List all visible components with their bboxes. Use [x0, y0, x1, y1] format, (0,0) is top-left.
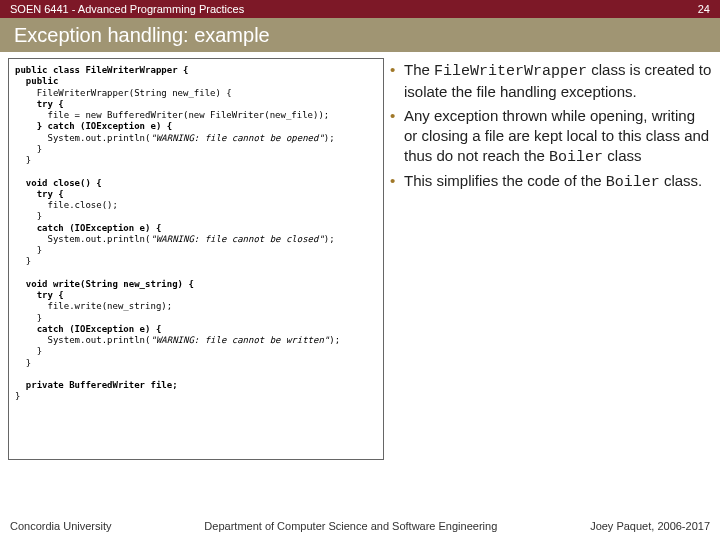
- code-line: System.out.println("WARNING: file cannot…: [15, 335, 381, 346]
- bullet-text: The FileWriterWrapper class is created t…: [404, 60, 712, 103]
- slide-title: Exception handling: example: [0, 18, 720, 52]
- code-line: FileWriterWrapper(String new_file) {: [15, 88, 381, 99]
- code-line: try {: [15, 290, 381, 301]
- code-line: [15, 166, 381, 177]
- code-block: public class FileWriterWrapper { public …: [8, 58, 384, 460]
- bullet-icon: •: [390, 60, 404, 103]
- bullet-icon: •: [390, 106, 404, 169]
- code-line: }: [15, 391, 381, 402]
- code-line: }: [15, 211, 381, 222]
- bullet-icon: •: [390, 171, 404, 193]
- footer-right: Joey Paquet, 2006-2017: [590, 520, 710, 532]
- code-line: [15, 369, 381, 380]
- bullet-text: This simplifies the code of the Boiler c…: [404, 171, 702, 193]
- code-line: catch (IOException e) {: [15, 324, 381, 335]
- code-line: }: [15, 245, 381, 256]
- code-line: }: [15, 155, 381, 166]
- code-line: }: [15, 358, 381, 369]
- code-line: void write(String new_string) {: [15, 279, 381, 290]
- bullet-item: • The FileWriterWrapper class is created…: [390, 60, 712, 103]
- code-line: }: [15, 144, 381, 155]
- bullet-item: • This simplifies the code of the Boiler…: [390, 171, 712, 193]
- code-line: catch (IOException e) {: [15, 223, 381, 234]
- code-line: }: [15, 346, 381, 357]
- bullet-item: • Any exception thrown while opening, wr…: [390, 106, 712, 169]
- code-line: file.close();: [15, 200, 381, 211]
- code-line: [15, 268, 381, 279]
- code-line: try {: [15, 189, 381, 200]
- code-line: private BufferedWriter file;: [15, 380, 381, 391]
- page-number: 24: [698, 3, 710, 15]
- bullet-text: Any exception thrown while opening, writ…: [404, 106, 712, 169]
- slide-header: SOEN 6441 - Advanced Programming Practic…: [0, 0, 720, 18]
- course-code: SOEN 6441 - Advanced Programming Practic…: [10, 3, 244, 15]
- bullet-list: • The FileWriterWrapper class is created…: [390, 58, 712, 516]
- code-line: }: [15, 256, 381, 267]
- code-line: public: [15, 76, 381, 87]
- code-line: }: [15, 313, 381, 324]
- code-line: void close() {: [15, 178, 381, 189]
- footer-center: Department of Computer Science and Softw…: [204, 520, 497, 532]
- slide-footer: Concordia University Department of Compu…: [0, 516, 720, 540]
- code-line: System.out.println("WARNING: file cannot…: [15, 234, 381, 245]
- code-line: file = new BufferedWriter(new FileWriter…: [15, 110, 381, 121]
- code-line: public class FileWriterWrapper {: [15, 65, 381, 76]
- slide-content: public class FileWriterWrapper { public …: [0, 52, 720, 516]
- code-line: file.write(new_string);: [15, 301, 381, 312]
- code-line: } catch (IOException e) {: [15, 121, 381, 132]
- code-line: System.out.println("WARNING: file cannot…: [15, 133, 381, 144]
- footer-left: Concordia University: [10, 520, 111, 532]
- code-line: try {: [15, 99, 381, 110]
